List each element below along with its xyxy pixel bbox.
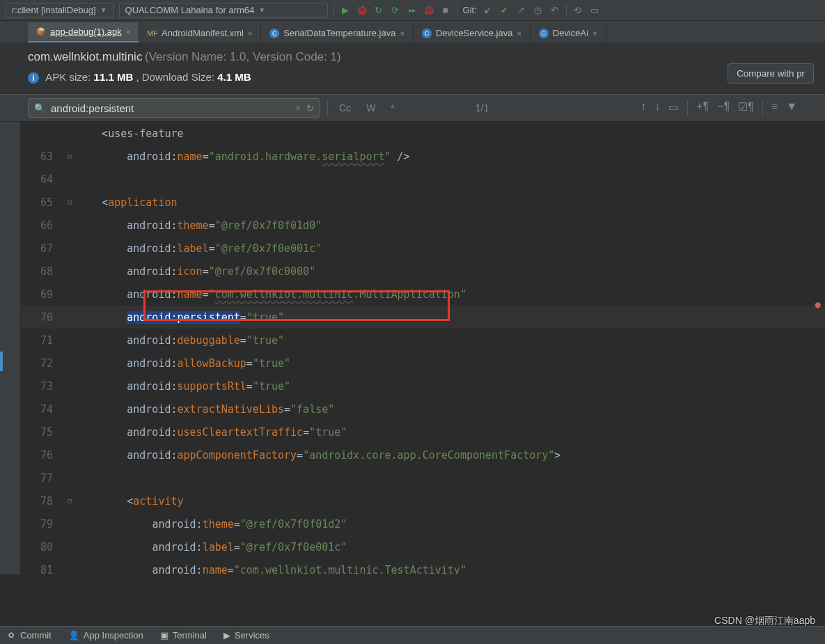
line-number: 74	[21, 403, 63, 416]
search-icon: 🔍	[34, 103, 45, 113]
editor-tabs: 📦app-debug(1).apk×MFAndroidManifest.xml×…	[0, 21, 825, 43]
error-icon[interactable]: ●	[815, 299, 821, 310]
close-icon[interactable]: ×	[592, 29, 597, 38]
services-tool[interactable]: ▶ Services	[223, 630, 269, 641]
device-label: QUALCOMM Lahaina for arm64	[125, 5, 255, 15]
regex-button[interactable]: *	[386, 101, 398, 115]
coverage-icon[interactable]: ↻	[373, 5, 384, 16]
code-text	[77, 173, 102, 186]
settings-icon[interactable]: ≡	[771, 100, 778, 116]
case-button[interactable]: Cc	[335, 101, 355, 115]
tab-label: app-debug(1).apk	[50, 26, 122, 37]
tab-label: AndroidManifest.xml	[162, 28, 244, 38]
fold-icon[interactable]: ⊟	[63, 198, 77, 207]
java-icon: C	[269, 29, 279, 38]
line-number: 80	[21, 541, 63, 553]
code-text: android:name="android.hardware.serialpor…	[77, 150, 410, 163]
git-label: Git:	[463, 5, 477, 15]
history-icon[interactable]: ↻	[306, 103, 314, 113]
git-pull-icon[interactable]: ↙	[482, 5, 494, 16]
code-text: android:appComponentFactory="androidx.co…	[77, 449, 560, 462]
code-line: 74 android:extractNativeLibs="false"	[21, 398, 825, 421]
fold-icon[interactable]: ⊟	[63, 152, 77, 161]
editor-tab[interactable]: CDeviceAi×	[531, 24, 606, 42]
code-line: 65⊟ <application	[21, 191, 825, 214]
attach-icon[interactable]: ▸▸	[407, 5, 418, 16]
separator	[762, 100, 763, 116]
editor-tab[interactable]: CSerialDataTemperature.java×	[261, 24, 414, 42]
chevron-down-icon: ▼	[258, 6, 265, 14]
code-text: android:persistent="true"	[77, 311, 284, 324]
sync-icon[interactable]: ⟲	[572, 5, 583, 16]
prev-match-icon[interactable]: ↑	[641, 100, 646, 116]
gutter-marker	[0, 352, 3, 371]
editor-tab[interactable]: CDeviceService.java×	[414, 24, 531, 42]
commit-tool[interactable]: ⭘ Commit	[7, 630, 52, 641]
fold-icon[interactable]: ⊟	[63, 496, 77, 505]
editor-tab[interactable]: 📦app-debug(1).apk×	[28, 22, 139, 42]
profile-icon[interactable]: ⟳	[390, 5, 401, 16]
line-number: 79	[21, 518, 63, 531]
stop-icon[interactable]: ■	[440, 5, 451, 16]
code-line: 67 android:label="@ref/0x7f0e001c"	[21, 237, 825, 260]
line-number: 64	[21, 173, 63, 186]
code-text: android:debuggable="true"	[77, 334, 284, 347]
git-revert-icon[interactable]: ↶	[549, 5, 560, 16]
code-editor[interactable]: ● <uses-feature63⊟ android:name="android…	[21, 122, 825, 574]
code-line: 78⊟ <activity	[21, 489, 825, 512]
code-line: 75 android:usesCleartextTraffic="true"	[21, 421, 825, 443]
find-input-box: 🔍 × ↻	[28, 98, 320, 118]
apk-info-bar: com.wellnkiot.multinic (Version Name: 1.…	[0, 43, 825, 94]
word-button[interactable]: W	[362, 101, 379, 115]
run-config-select[interactable]: r:client [installDebug] ▼	[6, 3, 113, 18]
editor-area: ● <uses-feature63⊟ android:name="android…	[0, 122, 825, 574]
device-manager-icon[interactable]: ▭	[589, 5, 600, 16]
git-history-icon[interactable]: ◷	[533, 5, 544, 16]
code-text: <uses-feature	[77, 127, 184, 140]
line-number: 76	[21, 449, 63, 462]
line-number: 66	[21, 219, 63, 232]
code-line: 71 android:debuggable="true"	[21, 329, 825, 352]
device-select[interactable]: QUALCOMM Lahaina for arm64 ▼	[119, 3, 328, 18]
code-text: android:label="@ref/0x7f0e001c"	[77, 242, 322, 255]
package-name: com.wellnkiot.multinic	[28, 50, 142, 63]
debug-attach-icon[interactable]: 🐞	[423, 5, 434, 16]
run-icon[interactable]: ▶	[340, 5, 351, 16]
compare-button[interactable]: Compare with pr	[728, 63, 814, 84]
line-number: 75	[21, 426, 63, 439]
close-icon[interactable]: ×	[126, 28, 130, 36]
select-all-icon[interactable]: ▭	[668, 100, 679, 116]
line-number: 73	[21, 380, 63, 393]
line-number: 77	[21, 472, 63, 485]
git-commit-icon[interactable]: ✔	[499, 5, 510, 16]
code-line: 70 android:persistent="true"	[21, 306, 825, 329]
debug-icon[interactable]: 🐞	[356, 5, 368, 16]
toolbar: r:client [installDebug] ▼ QUALCOMM Lahai…	[0, 0, 825, 21]
line-number: 69	[21, 288, 63, 301]
code-text: android:label="@ref/0x7f0e001c"	[77, 541, 347, 553]
code-line: 68 android:icon="@ref/0x7f0c0000"	[21, 260, 825, 283]
select-all-occurrences-icon[interactable]: ☑¶	[738, 100, 754, 116]
apk-size-info: i APK size: 11.1 MB , Download Size: 4.1…	[28, 71, 341, 84]
git-push-icon[interactable]: ↗	[516, 5, 527, 16]
close-icon[interactable]: ×	[517, 29, 521, 38]
separator	[333, 4, 334, 17]
search-input[interactable]	[51, 102, 290, 114]
code-text: android:name="com.wellnkiot.multinic.Tes…	[77, 564, 466, 575]
remove-selection-icon[interactable]: −¶	[717, 100, 730, 116]
clear-icon[interactable]: ×	[295, 103, 301, 113]
editor-tab[interactable]: MFAndroidManifest.xml×	[139, 24, 261, 42]
line-number: 68	[21, 265, 63, 278]
commit-icon: ⭘	[7, 630, 16, 641]
match-count: 1/1	[476, 102, 489, 113]
line-number: 65	[21, 196, 63, 209]
app-inspection-tool[interactable]: 👤 App Inspection	[68, 630, 143, 641]
terminal-tool[interactable]: ▣ Terminal	[160, 630, 207, 641]
filter-icon[interactable]: ▼	[786, 100, 797, 116]
close-icon[interactable]: ×	[248, 29, 252, 38]
add-selection-icon[interactable]: +¶	[696, 100, 709, 116]
close-icon[interactable]: ×	[400, 29, 404, 38]
code-text: android:icon="@ref/0x7f0c0000"	[77, 265, 315, 278]
code-line: 64	[21, 168, 825, 191]
next-match-icon[interactable]: ↓	[654, 100, 660, 116]
